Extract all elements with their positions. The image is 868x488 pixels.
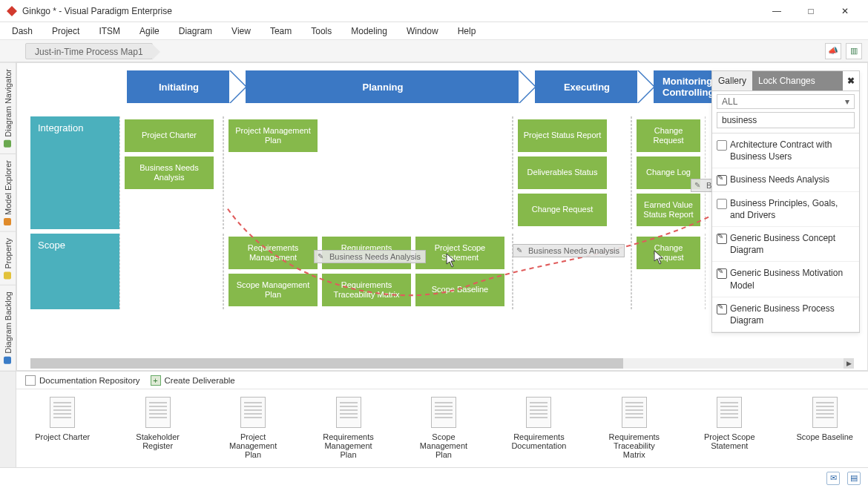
plus-icon: + <box>151 375 161 386</box>
announce-icon[interactable]: 📣 <box>825 43 841 59</box>
gallery-item[interactable]: Generic Business Process Diagram <box>712 297 859 332</box>
menu-modeling[interactable]: Modeling <box>351 26 387 36</box>
document-icon <box>526 397 551 428</box>
menu-diagram[interactable]: Diagram <box>179 26 212 36</box>
mail-icon[interactable]: ✉ <box>826 472 840 485</box>
status-bar: ✉ ▤ <box>0 467 868 488</box>
drag-ghost: Business Needs Analysis <box>314 250 426 263</box>
deliverable-box[interactable]: Project Charter <box>125 119 214 152</box>
document-icon <box>336 397 361 428</box>
deliverable-thumb[interactable]: Stakeholder Register <box>125 397 190 459</box>
side-tab-backlog[interactable]: Diagram Backlog <box>0 285 16 370</box>
diagram-tab-label: Just-in-Time Process Map1 <box>35 47 143 57</box>
menu-help[interactable]: Help <box>458 26 476 36</box>
cursor-icon <box>446 253 456 268</box>
menu-team[interactable]: Team <box>270 26 292 36</box>
deliverable-thumb[interactable]: Project Scope Statement <box>697 397 762 459</box>
deliverable-label: Project Charter <box>30 432 95 441</box>
gallery-item[interactable]: Generic Business Motivation Model <box>712 262 859 297</box>
create-deliverable-button[interactable]: +Create Deliverable <box>151 375 235 386</box>
menu-project[interactable]: Project <box>52 26 79 36</box>
deliverable-list: Project CharterStakeholder RegisterProje… <box>0 389 868 459</box>
side-tab-model-explorer[interactable]: Model Explorer <box>0 154 16 231</box>
gallery-item[interactable]: Business Needs Analysis <box>712 168 859 191</box>
gallery-scope-label: ALL <box>722 96 737 107</box>
diagram-tab[interactable]: Just-in-Time Process Map1 <box>25 43 153 59</box>
deliverable-box[interactable]: Business Needs Analysis <box>125 156 214 189</box>
gallery-panel: Gallery Lock Changes ✖ ALL ▾ Architectur… <box>711 70 860 333</box>
menu-view[interactable]: View <box>231 26 251 36</box>
lane-column: Requirements ManagementRequirements Docu… <box>223 234 513 309</box>
scroll-right-icon[interactable]: ▶ <box>844 358 854 369</box>
document-icon <box>145 397 171 428</box>
note-icon[interactable]: ▤ <box>847 472 861 485</box>
menu-itsm[interactable]: ITSM <box>99 26 120 36</box>
gallery-item[interactable]: Business Principles, Goals, and Drivers <box>712 192 859 227</box>
menu-bar: Dash Project ITSM Agile Diagram View Tea… <box>0 22 868 40</box>
document-icon <box>50 397 75 428</box>
gallery-close-icon[interactable]: ✖ <box>843 71 859 90</box>
gallery-item[interactable]: Architecture Contract with Business User… <box>712 133 859 168</box>
chevron-down-icon: ▾ <box>845 96 849 107</box>
doc-toolbar: Documentation Repository +Create Deliver… <box>0 372 868 389</box>
canvas[interactable]: InitiatingPlanningExecutingMonitoring & … <box>16 62 868 371</box>
lane-label: Integration <box>30 116 119 229</box>
deliverable-label: Requirements Traceability Matrix <box>602 432 667 459</box>
deliverable-thumb[interactable]: Project Management Plan <box>220 397 286 459</box>
scroll-thumb[interactable] <box>30 358 623 369</box>
deliverable-box[interactable]: Earned Value Status Report <box>637 194 700 226</box>
deliverable-box[interactable]: Project Status Report <box>518 119 607 152</box>
document-icon <box>240 397 266 428</box>
deliverable-label: Requirements Documentation <box>506 432 571 450</box>
lane-column: Project CharterBusiness Needs Analysis <box>119 116 223 229</box>
doc-icon <box>25 375 36 386</box>
deliverable-thumb[interactable]: Project Charter <box>30 397 95 459</box>
gallery-list: Architecture Contract with Business User… <box>712 133 859 332</box>
deliverable-box[interactable]: Project Management Plan <box>228 119 318 152</box>
minimize-button[interactable]: — <box>760 0 794 22</box>
side-tab-navigator[interactable]: Diagram Navigator <box>0 62 16 154</box>
gallery-search-input[interactable] <box>717 112 855 128</box>
canvas-hscroll[interactable]: ▶ <box>30 358 854 369</box>
lane-column: Change Request <box>631 234 706 309</box>
svg-marker-0 <box>7 6 17 16</box>
app-icon <box>6 5 18 17</box>
deliverable-thumb[interactable]: Requirements Documentation <box>506 397 571 459</box>
deliverable-box[interactable]: Scope Management Plan <box>228 274 318 306</box>
gallery-tab-lock[interactable]: Lock Changes <box>752 71 843 90</box>
create-deliverable-label: Create Deliverable <box>165 376 235 385</box>
side-tab-property[interactable]: Property <box>0 231 16 286</box>
deliverable-thumb[interactable]: Requirements Management Plan <box>315 397 381 459</box>
menu-tools[interactable]: Tools <box>311 26 332 36</box>
deliverable-thumb[interactable]: Scope Baseline <box>792 397 858 459</box>
maximize-button[interactable]: □ <box>794 0 828 22</box>
lane-label: Scope <box>30 234 119 309</box>
deliverable-box[interactable]: Project Scope Statement <box>415 237 504 269</box>
deliverable-box[interactable]: Change Request <box>637 119 700 152</box>
close-button[interactable]: ✕ <box>828 0 862 22</box>
cursor-icon <box>654 250 664 265</box>
deliverable-box[interactable]: Deliverables Status <box>518 156 607 189</box>
lane-column: Project Status ReportDeliverables Status… <box>513 116 631 229</box>
deliverable-thumb[interactable]: Scope Management Plan <box>411 397 476 459</box>
menu-dash[interactable]: Dash <box>12 26 33 36</box>
deliverable-box[interactable]: Requirements Management <box>228 237 318 269</box>
gallery-item[interactable]: Generic Business Concept Diagram <box>712 227 859 262</box>
layout-icon[interactable]: ▥ <box>846 43 862 59</box>
doc-repo-tab[interactable]: Documentation Repository <box>25 375 140 386</box>
menu-agile[interactable]: Agile <box>139 26 160 36</box>
menu-window[interactable]: Window <box>407 26 438 36</box>
deliverable-thumb[interactable]: Requirements Traceability Matrix <box>602 397 667 459</box>
workspace: Diagram Navigator Model Explorer Propert… <box>0 62 868 371</box>
phase-initiating: Initiating <box>127 70 231 103</box>
gallery-tab-gallery[interactable]: Gallery <box>712 71 752 90</box>
deliverable-box[interactable]: Scope Baseline <box>415 274 504 306</box>
title-bar: Ginkgo * - Visual Paradigm Enterprise — … <box>0 0 868 22</box>
deliverable-box[interactable]: Change Request <box>637 237 700 269</box>
documentation-panel: Documentation Repository +Create Deliver… <box>0 371 868 467</box>
gallery-scope-select[interactable]: ALL ▾ <box>717 94 855 109</box>
deliverable-box[interactable]: Requirements Traceability Matrix <box>322 274 411 306</box>
deliverable-label: Scope Baseline <box>792 432 858 441</box>
deliverable-box[interactable]: Change Request <box>518 194 607 226</box>
drag-ghost: Business Needs Analysis <box>513 244 625 257</box>
